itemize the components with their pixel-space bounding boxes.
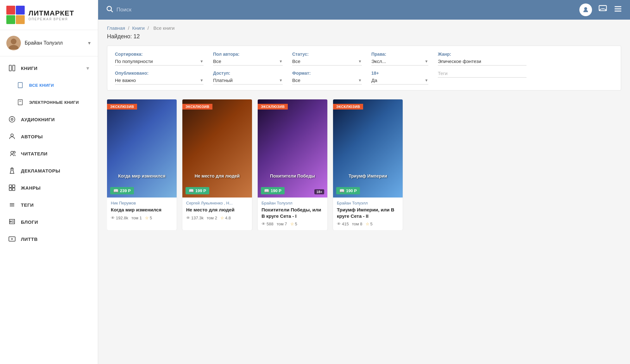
user-menu-chevron[interactable]: ▼ xyxy=(87,41,91,46)
sidebar-item-audiobooks[interactable]: АУДИОКНИГИ xyxy=(0,111,98,128)
filter-status-select[interactable]: Все ▼ xyxy=(292,59,362,66)
svg-point-30 xyxy=(107,6,111,11)
authors-icon xyxy=(8,132,16,141)
filter-published-value: Не важно xyxy=(115,78,198,83)
cover-title: Не место для людей xyxy=(182,173,252,179)
sidebar-item-books[interactable]: КНИГИ ▼ xyxy=(0,60,98,77)
book-rating: ☆ 5 xyxy=(290,222,297,226)
star-icon: ☆ xyxy=(145,216,149,220)
books-grid: ЭКСКЛЮЗИВ Когда мир изменился 📖 239 Р Ни… xyxy=(107,99,621,230)
book-icon: 📖 xyxy=(339,188,344,193)
sidebar-item-authors[interactable]: АВТОРЫ xyxy=(0,128,98,145)
svg-rect-6 xyxy=(9,65,11,71)
filter-rights-group: Права: Эксл... ▼ xyxy=(371,52,428,66)
book-views: 👁 137.3k xyxy=(186,216,204,220)
rating-value: 4.8 xyxy=(225,216,231,220)
exclusive-badge: ЭКСКЛЮЗИВ xyxy=(107,104,137,110)
filter-genre-select[interactable]: Эпическое фэнтези xyxy=(438,59,526,66)
svg-point-4 xyxy=(11,39,16,44)
user-name: Брайан Толуэлл xyxy=(25,40,85,46)
filter-published-select[interactable]: Не важно ▼ xyxy=(115,78,204,85)
sidebar-item-littv[interactable]: ЛИТТВ xyxy=(0,230,98,248)
sidebar-genres-label: ЖАНРЫ xyxy=(21,185,41,191)
sidebar-nav: КНИГИ ▼ ВСЕ КНИГИ ЭЛЕКТРОННЫЕ КНИГИ xyxy=(0,56,98,251)
books-chevron: ▼ xyxy=(85,66,90,71)
price-value: 199 Р xyxy=(195,188,206,193)
sidebar-item-declamators[interactable]: ДЕКЛАМАТОРЫ xyxy=(0,162,98,179)
sidebar-all-books-label: ВСЕ КНИГИ xyxy=(29,83,54,88)
avatar xyxy=(6,36,21,50)
sidebar-item-tags[interactable]: ТЕГИ xyxy=(0,196,98,213)
cover-title: Когда мир изменился xyxy=(107,173,177,179)
age-chevron: ▼ xyxy=(425,78,428,83)
filter-access-select[interactable]: Платный ▼ xyxy=(213,78,283,85)
sidebar-item-ebooks[interactable]: ЭЛЕКТРОННЫЕ КНИГИ xyxy=(0,94,98,111)
logo-subtitle: ОПЕРЕЖАЯ ВРЕМЯ xyxy=(28,17,74,21)
star-icon: ☆ xyxy=(220,216,224,220)
messages-icon[interactable] xyxy=(598,4,607,15)
filter-18-value: Да xyxy=(371,78,423,83)
svg-point-32 xyxy=(584,7,587,10)
sidebar-littv-label: ЛИТТВ xyxy=(21,236,38,242)
filter-access-value: Платный xyxy=(213,78,277,83)
user-profile[interactable]: Брайан Толуэлл ▼ xyxy=(0,30,98,56)
filter-tags-input[interactable]: Теги xyxy=(438,71,526,78)
ebooks-icon xyxy=(16,98,25,107)
book-card[interactable]: ЭКСКЛЮЗИВ Триумф Империи 📖 190 Р Брайан … xyxy=(333,99,403,230)
svg-rect-2 xyxy=(6,15,15,24)
gender-chevron: ▼ xyxy=(279,59,283,64)
volume-value: том 8 xyxy=(352,222,362,226)
sidebar-item-all-books[interactable]: ВСЕ КНИГИ xyxy=(0,77,98,94)
filter-18-group: 18+ Да ▼ xyxy=(371,71,428,85)
format-chevron: ▼ xyxy=(358,78,362,83)
filter-access-group: Доступ: Платный ▼ xyxy=(213,71,283,85)
exclusive-badge: ЭКСКЛЮЗИВ xyxy=(258,104,288,110)
sidebar-item-genres[interactable]: ЖАНРЫ xyxy=(0,179,98,196)
book-author: Брайан Толуэлл xyxy=(337,201,399,205)
svg-point-25 xyxy=(10,221,11,222)
sidebar-books-label: КНИГИ xyxy=(21,66,38,71)
sidebar-item-blogs[interactable]: БЛОГИ xyxy=(0,213,98,230)
book-rating: ☆ 5 xyxy=(366,222,373,226)
breadcrumb-sep2: / xyxy=(148,25,150,31)
filter-status-group: Статус: Все ▼ xyxy=(292,52,362,66)
book-title: Не место для людей xyxy=(186,207,248,213)
svg-point-11 xyxy=(9,116,15,122)
svg-rect-9 xyxy=(18,100,22,105)
access-chevron: ▼ xyxy=(279,78,283,83)
sidebar-item-readers[interactable]: ЧИТАТЕЛИ xyxy=(0,145,98,162)
filter-gender-select[interactable]: Все ▼ xyxy=(213,59,283,66)
breadcrumb-home[interactable]: Главная xyxy=(107,25,125,31)
sidebar-blogs-label: БЛОГИ xyxy=(21,219,38,225)
breadcrumb: Главная / Книги / Все книги xyxy=(107,25,621,31)
filter-rights-select[interactable]: Эксл... ▼ xyxy=(371,59,428,66)
filter-published-group: Опубликовано: Не важно ▼ xyxy=(115,71,204,85)
topbar-user-icon xyxy=(579,3,592,16)
filter-sort-select[interactable]: По популярности ▼ xyxy=(115,59,204,66)
svg-rect-0 xyxy=(6,6,15,15)
filter-format-select[interactable]: Все ▼ xyxy=(292,78,362,85)
book-icon: 📖 xyxy=(113,188,118,193)
book-card[interactable]: ЭКСКЛЮЗИВ Похитители Победы 📖 190 Р 18+ … xyxy=(258,99,327,230)
logo-icon xyxy=(6,6,25,24)
topbar xyxy=(98,0,630,20)
search-area[interactable] xyxy=(106,5,579,15)
age-badge: 18+ xyxy=(314,189,324,194)
filter-format-value: Все xyxy=(292,78,356,83)
logo-area: ЛИТМАРКЕТ ОПЕРЕЖАЯ ВРЕМЯ xyxy=(0,0,98,30)
book-card[interactable]: ЭКСКЛЮЗИВ Не место для людей 📖 199 Р Сер… xyxy=(182,99,252,230)
filter-gender-label: Пол автора: xyxy=(213,52,283,57)
filter-18-select[interactable]: Да ▼ xyxy=(371,78,428,85)
book-volume: том 7 xyxy=(277,222,287,226)
search-input[interactable] xyxy=(117,7,579,13)
filter-tags-placeholder: Теги xyxy=(438,71,448,76)
views-value: 415 xyxy=(342,222,349,226)
filter-gender-value: Все xyxy=(213,59,277,64)
menu-icon[interactable] xyxy=(614,4,622,15)
breadcrumb-books[interactable]: Книги xyxy=(132,25,145,31)
book-icon: 📖 xyxy=(264,188,269,193)
sidebar-ebooks-label: ЭЛЕКТРОННЫЕ КНИГИ xyxy=(29,100,79,105)
rating-value: 5 xyxy=(150,216,152,220)
book-card[interactable]: ЭКСКЛЮЗИВ Когда мир изменился 📖 239 Р Ни… xyxy=(107,99,177,230)
book-volume: том 8 xyxy=(352,222,362,226)
